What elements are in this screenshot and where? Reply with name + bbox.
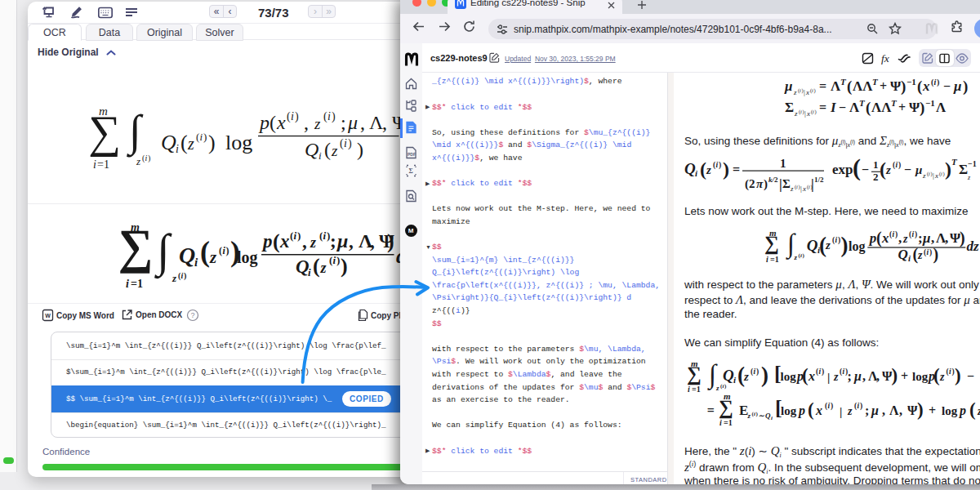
svg-text:): ) [831, 402, 833, 411]
svg-text:,: , [370, 231, 375, 252]
svg-text:(: ( [853, 154, 861, 181]
svg-text:=1: =1 [724, 418, 733, 427]
svg-text:): ) [929, 248, 932, 257]
svg-text:p: p [258, 112, 270, 133]
svg-text:Ψ: Ψ [909, 100, 920, 115]
svg-text:|: | [800, 185, 802, 193]
svg-text:(: ( [313, 254, 320, 278]
svg-text:): ) [955, 365, 961, 385]
svg-text:z: z [967, 174, 971, 181]
svg-text:(: ( [700, 158, 706, 180]
svg-text:i: i [688, 385, 690, 394]
svg-text:z: z [833, 371, 839, 383]
svg-text:i: i [327, 110, 331, 122]
svg-text:∼: ∼ [759, 412, 765, 420]
svg-text:): ) [937, 79, 939, 87]
svg-text:−: − [943, 79, 951, 93]
svg-text:=: = [819, 79, 826, 93]
svg-text:x: x [815, 403, 822, 417]
svg-text:z: z [187, 135, 194, 153]
svg-text:z: z [885, 163, 891, 176]
svg-text:−1: −1 [968, 159, 977, 168]
svg-text:+: + [901, 369, 908, 383]
svg-text:): ) [297, 229, 301, 242]
svg-text:1: 1 [873, 158, 879, 171]
svg-text:∑: ∑ [719, 396, 733, 419]
svg-text:x: x [934, 172, 938, 180]
svg-text:|: | [840, 405, 842, 418]
svg-text:z: z [847, 405, 853, 417]
svg-text:(2: (2 [745, 177, 755, 191]
svg-text:log: log [912, 370, 929, 383]
svg-text:=: = [707, 403, 715, 417]
svg-text:): ) [822, 368, 824, 376]
svg-text:): ) [332, 110, 336, 123]
svg-text:): ) [148, 154, 150, 163]
svg-text:): ) [341, 254, 348, 278]
svg-text:=: = [819, 100, 826, 114]
svg-text:+: + [898, 100, 906, 114]
svg-text:): ) [860, 402, 862, 411]
svg-text:,: , [302, 231, 307, 252]
svg-text:Σ: Σ [409, 167, 413, 175]
svg-text:Q: Q [765, 412, 771, 420]
svg-text:): ) [761, 363, 768, 387]
svg-text:∫: ∫ [154, 225, 172, 279]
svg-text:z: z [331, 142, 338, 159]
svg-text:): ) [723, 158, 729, 180]
svg-text:,: , [304, 112, 309, 133]
svg-text:x: x [805, 88, 809, 96]
svg-text:;: ; [848, 369, 852, 383]
svg-text:,: , [898, 230, 902, 246]
svg-text:z: z [902, 233, 908, 245]
svg-text:): ) [756, 368, 759, 376]
svg-text:x: x [806, 109, 810, 118]
svg-text:T: T [891, 98, 898, 108]
svg-text:log: log [942, 404, 958, 417]
svg-text:∑: ∑ [118, 222, 154, 274]
svg-text:T: T [951, 157, 958, 167]
svg-text:i: i [318, 149, 322, 162]
svg-text:(: ( [200, 235, 210, 268]
svg-text:z: z [314, 115, 321, 132]
svg-text:z: z [172, 272, 177, 284]
svg-text:i: i [294, 229, 297, 242]
svg-text:): ) [184, 271, 186, 281]
svg-text:Q: Q [723, 367, 734, 384]
svg-text:Ψ: Ψ [890, 79, 902, 94]
svg-text:Λ: Λ [936, 100, 947, 115]
svg-text:): ) [917, 399, 924, 420]
svg-text:μ: μ [853, 369, 862, 384]
svg-text:i: i [194, 256, 198, 269]
svg-text:Q: Q [179, 243, 195, 268]
svg-text:): ) [960, 229, 965, 247]
svg-text:log: log [849, 239, 865, 254]
svg-text:x: x [276, 112, 286, 133]
svg-text:): ) [719, 161, 721, 170]
svg-text:x: x [279, 231, 290, 252]
svg-text:x: x [881, 230, 889, 246]
svg-text:): ) [963, 79, 968, 96]
svg-text:|: | [804, 109, 806, 118]
svg-text:(: ( [880, 158, 886, 180]
svg-text:−: − [904, 163, 911, 176]
svg-text:log: log [781, 404, 797, 417]
svg-text:Σ: Σ [785, 100, 794, 115]
svg-text:ΛΛ: ΛΛ [853, 79, 873, 94]
svg-text:Σ: Σ [782, 177, 791, 190]
svg-text:): ) [387, 229, 394, 253]
svg-text:∑: ∑ [88, 106, 121, 157]
svg-text:x: x [802, 185, 806, 193]
svg-text:,: , [931, 230, 934, 246]
svg-text:μ: μ [953, 79, 961, 94]
svg-text:=: = [733, 163, 740, 176]
svg-text:p: p [868, 230, 877, 246]
svg-text:−1: −1 [925, 98, 935, 108]
svg-text:(: ( [808, 399, 814, 420]
svg-text:dz: dz [967, 238, 980, 254]
svg-text:z: z [939, 371, 945, 383]
svg-text:;: ; [341, 112, 346, 133]
svg-text:(: ( [273, 229, 280, 253]
svg-text:): ) [901, 79, 906, 96]
svg-text:W: W [45, 313, 51, 318]
